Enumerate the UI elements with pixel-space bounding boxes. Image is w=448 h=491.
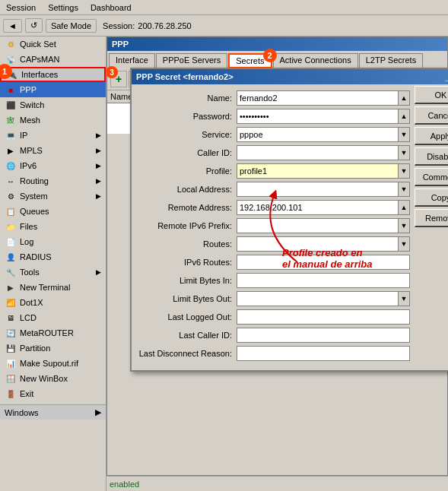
lastloggedout-input[interactable]: [237, 309, 410, 325]
sidebar-item-label: MetaROUTER: [20, 328, 74, 337]
sidebar-item-label: RADIUS: [20, 252, 52, 261]
profile-input[interactable]: [237, 163, 398, 179]
sidebar-item-newwinbox[interactable]: 🪟 New WinBox: [0, 371, 106, 386]
routes-input[interactable]: [237, 236, 398, 252]
sidebar-item-ipv6[interactable]: 🌐 IPv6 ▶: [0, 158, 106, 173]
sidebar-item-switch[interactable]: ⬛ Switch: [0, 97, 106, 112]
status-text: enabled: [110, 480, 139, 489]
sidebar-item-metarouter[interactable]: 🔄 MetaROUTER: [0, 325, 106, 341]
partition-icon: 💾: [5, 342, 17, 354]
refresh-button[interactable]: ↺: [25, 18, 43, 33]
remove-button[interactable]: Remove: [415, 209, 448, 227]
form-row-remoteaddress: Remote Address: ▲: [138, 200, 410, 215]
tools-arrow: ▶: [96, 268, 101, 276]
localaddress-dropdown[interactable]: ▼: [398, 182, 410, 197]
disable-button[interactable]: Disable: [415, 147, 448, 166]
remoteipv6-field-wrapper: ▼: [237, 218, 410, 233]
form-row-routes: Routes: ▼: [138, 236, 410, 252]
lastdisconnect-input[interactable]: [237, 346, 410, 361]
tab-secrets[interactable]: Secrets 2: [228, 53, 272, 68]
limitbytesout-dropdown[interactable]: ▼: [398, 291, 410, 306]
dialog-minimize[interactable]: _: [445, 71, 448, 82]
sidebar-item-files[interactable]: 📁 Files: [0, 219, 106, 234]
ok-button[interactable]: OK: [415, 86, 448, 104]
callerid-dropdown[interactable]: ▼: [398, 145, 410, 160]
service-dropdown[interactable]: ▼: [398, 127, 410, 142]
sidebar-item-routing[interactable]: ↔ Routing ▶: [0, 173, 106, 188]
remoteaddress-input[interactable]: [237, 200, 398, 215]
windows-arrow: ▶: [95, 407, 101, 417]
menu-session[interactable]: Session: [3, 2, 39, 13]
lastcallerid-input[interactable]: [237, 328, 410, 343]
sidebar-item-label: Interfaces: [21, 70, 58, 79]
profile-dropdown[interactable]: ▼: [398, 163, 410, 179]
name-input[interactable]: [237, 90, 398, 106]
cancel-button[interactable]: Cancel: [415, 106, 448, 125]
service-input[interactable]: [237, 127, 398, 142]
sidebar-item-system[interactable]: ⚙ System ▶: [0, 188, 106, 204]
localaddress-field-wrapper: ▼: [237, 182, 410, 197]
sidebar-item-makesupout[interactable]: 📊 Make Supout.rif: [0, 356, 106, 371]
tab-pppoe-servers[interactable]: PPPoE Servers: [156, 53, 227, 68]
limitbytesout-input[interactable]: [237, 291, 398, 306]
routes-field-wrapper: ▼: [237, 236, 410, 252]
copy-button-dialog[interactable]: Copy: [415, 188, 448, 207]
dialog-title: PPP Secret <fernando2> _ □ ✕: [132, 69, 448, 84]
ppp-secret-dialog: PPP Secret <fernando2> _ □ ✕ Name:: [130, 68, 448, 372]
quickset-icon: ⚙: [5, 38, 17, 50]
menu-dashboard[interactable]: Dashboard: [87, 2, 135, 13]
sidebar-item-log[interactable]: 📄 Log: [0, 234, 106, 249]
password-input[interactable]: [237, 109, 398, 124]
sidebar-item-ppp[interactable]: ■ PPP: [0, 82, 106, 97]
callerid-input[interactable]: [237, 145, 398, 160]
sidebar-item-mesh[interactable]: 🕸 Mesh: [0, 112, 106, 128]
tab-l2tp-secrets[interactable]: L2TP Secrets: [359, 53, 423, 68]
sidebar-item-dot1x[interactable]: 📶 Dot1X: [0, 295, 106, 310]
sidebar-item-mpls[interactable]: ▶ MPLS ▶: [0, 143, 106, 158]
tab-interface[interactable]: Interface: [109, 53, 155, 68]
sidebar-item-quickset[interactable]: ⚙ Quick Set: [0, 36, 106, 52]
sidebar-item-partition[interactable]: 💾 Partition: [0, 341, 106, 356]
form-row-password: Password: ▲: [138, 109, 410, 124]
sidebar-item-tools[interactable]: 🔧 Tools ▶: [0, 265, 106, 280]
limitbytesin-input[interactable]: [237, 273, 410, 288]
tab-active-connections[interactable]: Active Connections: [273, 53, 358, 68]
sidebar-item-label: IPv6: [20, 161, 37, 170]
sidebar-item-label: Switch: [20, 100, 44, 109]
routes-dropdown[interactable]: ▼: [398, 236, 410, 252]
label-lastcallerid: Last Caller ID:: [138, 331, 237, 340]
sidebar-item-queues[interactable]: 📋 Queues: [0, 204, 106, 219]
remoteipv6-dropdown[interactable]: ▼: [398, 218, 410, 233]
apply-button[interactable]: Apply: [415, 127, 448, 145]
dialog-buttons: OK Cancel Apply Disable Comment Copy Rem…: [415, 86, 448, 227]
password-scroll-up[interactable]: ▲: [398, 109, 410, 124]
name-scroll-up[interactable]: ▲: [398, 90, 410, 106]
service-field-wrapper: ▼: [237, 127, 410, 142]
tab-bar: Interface PPPoE Servers Secrets 2 Active…: [107, 51, 447, 68]
sidebar-item-label: IP: [20, 131, 27, 140]
sidebar-item-label: Files: [20, 222, 37, 231]
sidebar-item-newterminal[interactable]: ▶ New Terminal: [0, 280, 106, 295]
sidebar-item-label: Queues: [20, 207, 49, 216]
sidebar-item-exit[interactable]: 🚪 Exit: [0, 386, 106, 401]
sidebar-item-label: New Terminal: [20, 283, 70, 292]
tools-icon: 🔧: [5, 266, 17, 278]
localaddress-input[interactable]: [237, 182, 398, 197]
label-remoteipv6: Remote IPv6 Prefix:: [138, 221, 237, 230]
comment-button[interactable]: Comment: [415, 168, 448, 186]
back-button[interactable]: ◄: [3, 19, 22, 33]
menu-settings[interactable]: Settings: [45, 2, 81, 13]
safemode-button[interactable]: Safe Mode: [46, 19, 97, 33]
sidebar-item-capsman[interactable]: 📡 CAPsMAN: [0, 52, 106, 67]
ppp-icon: ■: [5, 84, 17, 96]
ipv6routes-input[interactable]: [237, 255, 410, 270]
sidebar-item-lcd[interactable]: 🖥 LCD: [0, 310, 106, 325]
sidebar-item-interfaces[interactable]: 🔌 Interfaces: [0, 67, 106, 82]
sidebar-item-ip[interactable]: 💻 IP ▶: [0, 128, 106, 143]
remoteaddress-scroll-up[interactable]: ▲: [398, 200, 410, 215]
dialog-title-text: PPP Secret <fernando2>: [136, 72, 234, 81]
mpls-icon: ▶: [5, 144, 17, 157]
sidebar-item-radius[interactable]: 👤 RADIUS: [0, 249, 106, 265]
remoteipv6-input[interactable]: [237, 218, 398, 233]
label-name: Name:: [138, 93, 237, 103]
